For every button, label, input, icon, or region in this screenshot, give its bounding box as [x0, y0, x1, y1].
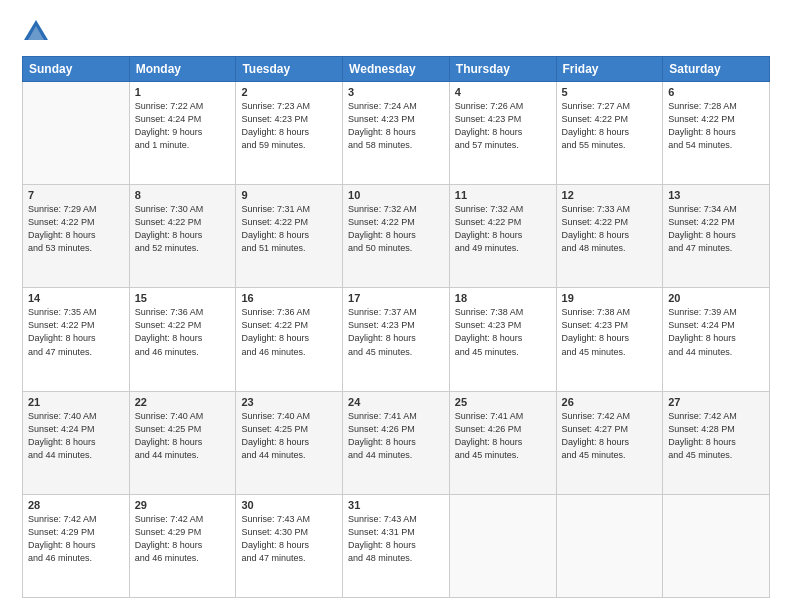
day-info: Sunrise: 7:36 AM Sunset: 4:22 PM Dayligh…	[241, 306, 337, 358]
day-number: 11	[455, 189, 551, 201]
day-info: Sunrise: 7:43 AM Sunset: 4:31 PM Dayligh…	[348, 513, 444, 565]
day-number: 30	[241, 499, 337, 511]
day-number: 5	[562, 86, 658, 98]
header	[22, 18, 770, 46]
day-number: 12	[562, 189, 658, 201]
calendar-cell	[449, 494, 556, 597]
day-number: 23	[241, 396, 337, 408]
calendar-cell: 14Sunrise: 7:35 AM Sunset: 4:22 PM Dayli…	[23, 288, 130, 391]
calendar-cell: 24Sunrise: 7:41 AM Sunset: 4:26 PM Dayli…	[343, 391, 450, 494]
calendar-cell: 25Sunrise: 7:41 AM Sunset: 4:26 PM Dayli…	[449, 391, 556, 494]
calendar-cell: 1Sunrise: 7:22 AM Sunset: 4:24 PM Daylig…	[129, 82, 236, 185]
day-number: 2	[241, 86, 337, 98]
calendar-cell: 16Sunrise: 7:36 AM Sunset: 4:22 PM Dayli…	[236, 288, 343, 391]
calendar-cell: 26Sunrise: 7:42 AM Sunset: 4:27 PM Dayli…	[556, 391, 663, 494]
day-info: Sunrise: 7:30 AM Sunset: 4:22 PM Dayligh…	[135, 203, 231, 255]
calendar-cell: 10Sunrise: 7:32 AM Sunset: 4:22 PM Dayli…	[343, 185, 450, 288]
day-info: Sunrise: 7:24 AM Sunset: 4:23 PM Dayligh…	[348, 100, 444, 152]
calendar-week-row: 21Sunrise: 7:40 AM Sunset: 4:24 PM Dayli…	[23, 391, 770, 494]
day-info: Sunrise: 7:42 AM Sunset: 4:28 PM Dayligh…	[668, 410, 764, 462]
day-info: Sunrise: 7:41 AM Sunset: 4:26 PM Dayligh…	[455, 410, 551, 462]
day-number: 29	[135, 499, 231, 511]
day-number: 17	[348, 292, 444, 304]
calendar-cell	[23, 82, 130, 185]
calendar-cell: 5Sunrise: 7:27 AM Sunset: 4:22 PM Daylig…	[556, 82, 663, 185]
day-info: Sunrise: 7:29 AM Sunset: 4:22 PM Dayligh…	[28, 203, 124, 255]
calendar-cell: 29Sunrise: 7:42 AM Sunset: 4:29 PM Dayli…	[129, 494, 236, 597]
day-number: 8	[135, 189, 231, 201]
calendar-cell: 20Sunrise: 7:39 AM Sunset: 4:24 PM Dayli…	[663, 288, 770, 391]
day-info: Sunrise: 7:41 AM Sunset: 4:26 PM Dayligh…	[348, 410, 444, 462]
day-number: 16	[241, 292, 337, 304]
calendar-cell: 4Sunrise: 7:26 AM Sunset: 4:23 PM Daylig…	[449, 82, 556, 185]
calendar-cell: 12Sunrise: 7:33 AM Sunset: 4:22 PM Dayli…	[556, 185, 663, 288]
day-info: Sunrise: 7:28 AM Sunset: 4:22 PM Dayligh…	[668, 100, 764, 152]
day-info: Sunrise: 7:36 AM Sunset: 4:22 PM Dayligh…	[135, 306, 231, 358]
calendar-cell: 23Sunrise: 7:40 AM Sunset: 4:25 PM Dayli…	[236, 391, 343, 494]
calendar-cell: 31Sunrise: 7:43 AM Sunset: 4:31 PM Dayli…	[343, 494, 450, 597]
day-info: Sunrise: 7:42 AM Sunset: 4:27 PM Dayligh…	[562, 410, 658, 462]
day-info: Sunrise: 7:42 AM Sunset: 4:29 PM Dayligh…	[28, 513, 124, 565]
day-header-monday: Monday	[129, 57, 236, 82]
day-info: Sunrise: 7:32 AM Sunset: 4:22 PM Dayligh…	[348, 203, 444, 255]
day-info: Sunrise: 7:40 AM Sunset: 4:25 PM Dayligh…	[135, 410, 231, 462]
day-number: 18	[455, 292, 551, 304]
calendar-cell: 17Sunrise: 7:37 AM Sunset: 4:23 PM Dayli…	[343, 288, 450, 391]
calendar-week-row: 1Sunrise: 7:22 AM Sunset: 4:24 PM Daylig…	[23, 82, 770, 185]
day-number: 21	[28, 396, 124, 408]
day-info: Sunrise: 7:43 AM Sunset: 4:30 PM Dayligh…	[241, 513, 337, 565]
day-number: 4	[455, 86, 551, 98]
calendar-cell: 15Sunrise: 7:36 AM Sunset: 4:22 PM Dayli…	[129, 288, 236, 391]
day-header-saturday: Saturday	[663, 57, 770, 82]
day-header-friday: Friday	[556, 57, 663, 82]
calendar-cell: 21Sunrise: 7:40 AM Sunset: 4:24 PM Dayli…	[23, 391, 130, 494]
calendar-cell: 3Sunrise: 7:24 AM Sunset: 4:23 PM Daylig…	[343, 82, 450, 185]
day-info: Sunrise: 7:26 AM Sunset: 4:23 PM Dayligh…	[455, 100, 551, 152]
day-info: Sunrise: 7:34 AM Sunset: 4:22 PM Dayligh…	[668, 203, 764, 255]
calendar-cell: 6Sunrise: 7:28 AM Sunset: 4:22 PM Daylig…	[663, 82, 770, 185]
calendar-cell	[663, 494, 770, 597]
day-info: Sunrise: 7:22 AM Sunset: 4:24 PM Dayligh…	[135, 100, 231, 152]
day-info: Sunrise: 7:40 AM Sunset: 4:24 PM Dayligh…	[28, 410, 124, 462]
calendar-cell: 9Sunrise: 7:31 AM Sunset: 4:22 PM Daylig…	[236, 185, 343, 288]
calendar-cell: 30Sunrise: 7:43 AM Sunset: 4:30 PM Dayli…	[236, 494, 343, 597]
day-header-tuesday: Tuesday	[236, 57, 343, 82]
logo-icon	[22, 18, 50, 46]
day-info: Sunrise: 7:23 AM Sunset: 4:23 PM Dayligh…	[241, 100, 337, 152]
day-header-wednesday: Wednesday	[343, 57, 450, 82]
day-number: 10	[348, 189, 444, 201]
calendar-cell: 2Sunrise: 7:23 AM Sunset: 4:23 PM Daylig…	[236, 82, 343, 185]
calendar-cell: 13Sunrise: 7:34 AM Sunset: 4:22 PM Dayli…	[663, 185, 770, 288]
day-number: 13	[668, 189, 764, 201]
calendar-cell: 7Sunrise: 7:29 AM Sunset: 4:22 PM Daylig…	[23, 185, 130, 288]
day-number: 9	[241, 189, 337, 201]
day-number: 15	[135, 292, 231, 304]
day-number: 24	[348, 396, 444, 408]
calendar-cell: 18Sunrise: 7:38 AM Sunset: 4:23 PM Dayli…	[449, 288, 556, 391]
day-number: 25	[455, 396, 551, 408]
day-header-sunday: Sunday	[23, 57, 130, 82]
calendar-cell: 22Sunrise: 7:40 AM Sunset: 4:25 PM Dayli…	[129, 391, 236, 494]
day-number: 14	[28, 292, 124, 304]
calendar-cell: 28Sunrise: 7:42 AM Sunset: 4:29 PM Dayli…	[23, 494, 130, 597]
day-number: 7	[28, 189, 124, 201]
day-info: Sunrise: 7:31 AM Sunset: 4:22 PM Dayligh…	[241, 203, 337, 255]
day-number: 6	[668, 86, 764, 98]
logo	[22, 18, 54, 46]
day-number: 28	[28, 499, 124, 511]
day-number: 22	[135, 396, 231, 408]
calendar-week-row: 7Sunrise: 7:29 AM Sunset: 4:22 PM Daylig…	[23, 185, 770, 288]
day-number: 3	[348, 86, 444, 98]
calendar-cell: 19Sunrise: 7:38 AM Sunset: 4:23 PM Dayli…	[556, 288, 663, 391]
calendar-cell	[556, 494, 663, 597]
calendar-header-row: SundayMondayTuesdayWednesdayThursdayFrid…	[23, 57, 770, 82]
day-number: 20	[668, 292, 764, 304]
day-info: Sunrise: 7:33 AM Sunset: 4:22 PM Dayligh…	[562, 203, 658, 255]
day-info: Sunrise: 7:38 AM Sunset: 4:23 PM Dayligh…	[562, 306, 658, 358]
day-info: Sunrise: 7:39 AM Sunset: 4:24 PM Dayligh…	[668, 306, 764, 358]
day-info: Sunrise: 7:27 AM Sunset: 4:22 PM Dayligh…	[562, 100, 658, 152]
calendar-cell: 11Sunrise: 7:32 AM Sunset: 4:22 PM Dayli…	[449, 185, 556, 288]
day-number: 31	[348, 499, 444, 511]
day-info: Sunrise: 7:32 AM Sunset: 4:22 PM Dayligh…	[455, 203, 551, 255]
calendar-table: SundayMondayTuesdayWednesdayThursdayFrid…	[22, 56, 770, 598]
